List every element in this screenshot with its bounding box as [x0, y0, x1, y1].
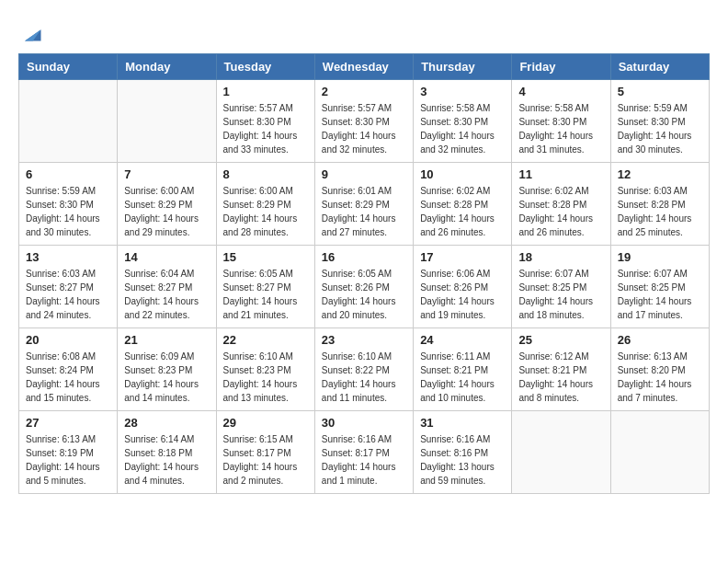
day-info: Sunrise: 6:05 AMSunset: 8:26 PMDaylight:…	[322, 267, 406, 322]
calendar-cell: 23Sunrise: 6:10 AMSunset: 8:22 PMDayligh…	[314, 328, 413, 411]
calendar-cell	[19, 80, 118, 163]
calendar-cell: 19Sunrise: 6:07 AMSunset: 8:25 PMDayligh…	[610, 246, 709, 328]
calendar-cell: 29Sunrise: 6:15 AMSunset: 8:17 PMDayligh…	[216, 411, 314, 494]
day-of-week-header: Friday	[512, 54, 610, 80]
day-of-week-header: Tuesday	[216, 54, 314, 80]
day-info: Sunrise: 6:16 AMSunset: 8:17 PMDaylight:…	[322, 432, 406, 488]
day-info: Sunrise: 6:00 AMSunset: 8:29 PMDaylight:…	[124, 184, 209, 239]
day-number: 29	[223, 416, 308, 430]
calendar-cell: 11Sunrise: 6:02 AMSunset: 8:28 PMDayligh…	[512, 163, 610, 246]
day-info: Sunrise: 6:16 AMSunset: 8:16 PMDaylight:…	[420, 432, 505, 488]
calendar-week-row: 6Sunrise: 5:59 AMSunset: 8:30 PMDaylight…	[19, 163, 710, 246]
day-number: 15	[223, 250, 308, 264]
day-number: 13	[26, 250, 110, 264]
day-info: Sunrise: 6:15 AMSunset: 8:17 PMDaylight:…	[223, 432, 308, 488]
calendar-cell: 12Sunrise: 6:03 AMSunset: 8:28 PMDayligh…	[610, 163, 709, 246]
day-number: 18	[518, 250, 603, 264]
day-info: Sunrise: 6:09 AMSunset: 8:23 PMDaylight:…	[124, 350, 209, 405]
calendar-cell: 4Sunrise: 5:58 AMSunset: 8:30 PMDaylight…	[512, 80, 610, 163]
day-number: 14	[124, 250, 209, 264]
calendar-cell: 25Sunrise: 6:12 AMSunset: 8:21 PMDayligh…	[512, 328, 610, 411]
day-info: Sunrise: 6:13 AMSunset: 8:19 PMDaylight:…	[26, 432, 110, 488]
calendar-cell: 6Sunrise: 5:59 AMSunset: 8:30 PMDaylight…	[19, 163, 118, 246]
calendar-cell: 30Sunrise: 6:16 AMSunset: 8:17 PMDayligh…	[314, 411, 413, 494]
calendar-week-row: 1Sunrise: 5:57 AMSunset: 8:30 PMDaylight…	[19, 80, 710, 163]
day-info: Sunrise: 6:13 AMSunset: 8:20 PMDaylight:…	[618, 350, 702, 405]
logo	[18, 18, 48, 44]
day-number: 17	[420, 250, 505, 264]
calendar-cell: 27Sunrise: 6:13 AMSunset: 8:19 PMDayligh…	[19, 411, 118, 494]
day-number: 2	[322, 85, 406, 98]
day-info: Sunrise: 5:58 AMSunset: 8:30 PMDaylight:…	[420, 101, 505, 156]
day-number: 25	[518, 333, 603, 347]
day-number: 10	[420, 167, 505, 181]
day-of-week-header: Wednesday	[314, 54, 413, 80]
day-number: 31	[420, 416, 505, 430]
day-info: Sunrise: 6:07 AMSunset: 8:25 PMDaylight:…	[518, 267, 603, 322]
day-info: Sunrise: 6:02 AMSunset: 8:28 PMDaylight:…	[420, 184, 505, 239]
day-info: Sunrise: 6:01 AMSunset: 8:29 PMDaylight:…	[322, 184, 406, 239]
calendar-cell: 31Sunrise: 6:16 AMSunset: 8:16 PMDayligh…	[414, 411, 512, 494]
day-info: Sunrise: 6:11 AMSunset: 8:21 PMDaylight:…	[420, 350, 505, 405]
day-info: Sunrise: 6:06 AMSunset: 8:26 PMDaylight:…	[420, 267, 505, 322]
day-number: 16	[322, 250, 406, 264]
calendar-cell: 28Sunrise: 6:14 AMSunset: 8:18 PMDayligh…	[118, 411, 216, 494]
day-info: Sunrise: 6:08 AMSunset: 8:24 PMDaylight:…	[26, 350, 110, 405]
calendar-cell: 15Sunrise: 6:05 AMSunset: 8:27 PMDayligh…	[216, 246, 314, 328]
calendar-cell: 17Sunrise: 6:06 AMSunset: 8:26 PMDayligh…	[414, 246, 512, 328]
day-info: Sunrise: 6:12 AMSunset: 8:21 PMDaylight:…	[518, 350, 603, 405]
day-info: Sunrise: 6:14 AMSunset: 8:18 PMDaylight:…	[124, 432, 209, 488]
day-number: 23	[322, 333, 406, 347]
day-of-week-header: Thursday	[414, 54, 512, 80]
day-info: Sunrise: 5:59 AMSunset: 8:30 PMDaylight:…	[26, 184, 110, 239]
day-number: 3	[420, 85, 505, 98]
calendar-cell	[118, 80, 216, 163]
day-info: Sunrise: 5:57 AMSunset: 8:30 PMDaylight:…	[322, 101, 406, 156]
calendar-cell: 26Sunrise: 6:13 AMSunset: 8:20 PMDayligh…	[610, 328, 709, 411]
day-number: 6	[26, 167, 110, 181]
day-number: 20	[26, 333, 110, 347]
logo-icon	[18, 18, 44, 44]
calendar-cell: 7Sunrise: 6:00 AMSunset: 8:29 PMDaylight…	[118, 163, 216, 246]
day-number: 26	[618, 333, 702, 347]
day-info: Sunrise: 6:07 AMSunset: 8:25 PMDaylight:…	[618, 267, 702, 322]
calendar-week-row: 13Sunrise: 6:03 AMSunset: 8:27 PMDayligh…	[19, 246, 710, 328]
calendar-cell: 21Sunrise: 6:09 AMSunset: 8:23 PMDayligh…	[118, 328, 216, 411]
day-number: 8	[223, 167, 308, 181]
day-info: Sunrise: 6:03 AMSunset: 8:28 PMDaylight:…	[618, 184, 702, 239]
calendar-cell: 10Sunrise: 6:02 AMSunset: 8:28 PMDayligh…	[414, 163, 512, 246]
calendar-cell: 14Sunrise: 6:04 AMSunset: 8:27 PMDayligh…	[118, 246, 216, 328]
calendar-cell: 5Sunrise: 5:59 AMSunset: 8:30 PMDaylight…	[610, 80, 709, 163]
calendar-cell: 1Sunrise: 5:57 AMSunset: 8:30 PMDaylight…	[216, 80, 314, 163]
day-info: Sunrise: 6:02 AMSunset: 8:28 PMDaylight:…	[518, 184, 603, 239]
day-number: 21	[124, 333, 209, 347]
day-info: Sunrise: 6:10 AMSunset: 8:23 PMDaylight:…	[223, 350, 308, 405]
day-number: 12	[618, 167, 702, 181]
day-info: Sunrise: 5:58 AMSunset: 8:30 PMDaylight:…	[518, 101, 603, 156]
day-number: 4	[518, 85, 603, 98]
calendar-cell: 8Sunrise: 6:00 AMSunset: 8:29 PMDaylight…	[216, 163, 314, 246]
day-number: 22	[223, 333, 308, 347]
day-number: 11	[518, 167, 603, 181]
page-header	[18, 18, 710, 44]
day-info: Sunrise: 6:04 AMSunset: 8:27 PMDaylight:…	[124, 267, 209, 322]
calendar-week-row: 20Sunrise: 6:08 AMSunset: 8:24 PMDayligh…	[19, 328, 710, 411]
calendar-cell: 20Sunrise: 6:08 AMSunset: 8:24 PMDayligh…	[19, 328, 118, 411]
calendar-cell: 18Sunrise: 6:07 AMSunset: 8:25 PMDayligh…	[512, 246, 610, 328]
day-number: 19	[618, 250, 702, 264]
day-info: Sunrise: 6:00 AMSunset: 8:29 PMDaylight:…	[223, 184, 308, 239]
calendar-cell: 24Sunrise: 6:11 AMSunset: 8:21 PMDayligh…	[414, 328, 512, 411]
day-of-week-header: Monday	[118, 54, 216, 80]
day-info: Sunrise: 6:03 AMSunset: 8:27 PMDaylight:…	[26, 267, 110, 322]
day-number: 28	[124, 416, 209, 430]
day-info: Sunrise: 5:57 AMSunset: 8:30 PMDaylight:…	[223, 101, 308, 156]
calendar-cell: 22Sunrise: 6:10 AMSunset: 8:23 PMDayligh…	[216, 328, 314, 411]
calendar-header-row: SundayMondayTuesdayWednesdayThursdayFrid…	[19, 54, 710, 80]
calendar-week-row: 27Sunrise: 6:13 AMSunset: 8:19 PMDayligh…	[19, 411, 710, 494]
day-number: 7	[124, 167, 209, 181]
day-info: Sunrise: 6:05 AMSunset: 8:27 PMDaylight:…	[223, 267, 308, 322]
day-number: 27	[26, 416, 110, 430]
day-info: Sunrise: 6:10 AMSunset: 8:22 PMDaylight:…	[322, 350, 406, 405]
day-info: Sunrise: 5:59 AMSunset: 8:30 PMDaylight:…	[618, 101, 702, 156]
calendar-cell: 3Sunrise: 5:58 AMSunset: 8:30 PMDaylight…	[414, 80, 512, 163]
